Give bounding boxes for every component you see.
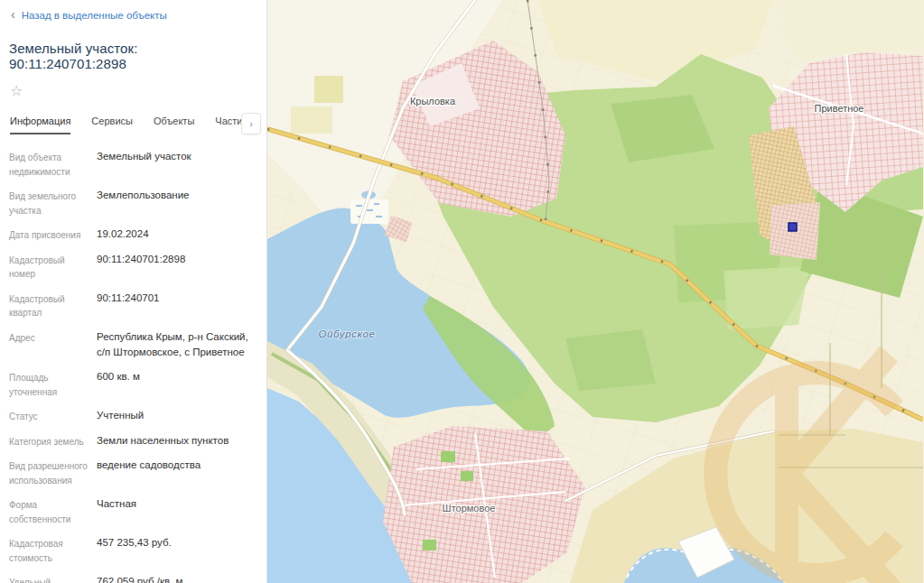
app-window: ‹ Назад в выделенные объекты Земельный у…: [0, 0, 924, 583]
field-label: Адрес: [9, 329, 89, 361]
back-link[interactable]: ‹ Назад в выделенные объекты: [11, 9, 257, 22]
parcel-details-panel: ‹ Назад в выделенные объекты Земельный у…: [0, 0, 267, 583]
field-label: Вид земельного участка: [9, 188, 89, 217]
field-value: 600 кв. м: [89, 369, 257, 399]
label-privetnoe: Приветное: [815, 103, 864, 114]
label-shtormovoe: Штормовое: [443, 503, 496, 514]
field-row: Кадастровый номер90:11:240701:2898: [9, 252, 257, 282]
field-row: Площадь уточненная600 кв. м: [9, 369, 257, 399]
field-label: Удельный показатель кадастровой стоимост…: [9, 574, 89, 583]
back-chevron-icon: ‹: [11, 8, 15, 21]
field-row: Вид объекта недвижимостиЗемельный участо…: [9, 149, 257, 179]
field-row: Дата присвоения19.02.2024: [9, 227, 257, 243]
field-label: Вид объекта недвижимости: [9, 149, 89, 179]
field-value: Земельный участок: [89, 149, 257, 179]
tab-services[interactable]: Сервисы: [91, 116, 133, 133]
field-label: Площадь уточненная: [9, 369, 89, 399]
field-value: Частная: [89, 496, 257, 526]
field-row: Вид разрешенного использованияведение са…: [9, 458, 257, 487]
label-lake-oyburskoe: Ойбурское: [318, 329, 375, 339]
page-title: Земельный участок: 90:11:240701:2898: [9, 41, 257, 71]
field-row: Форма собственностиЧастная: [9, 496, 257, 526]
field-value: 457 235,43 руб.: [89, 535, 257, 565]
field-value: Земли населенных пунктов: [89, 433, 257, 449]
field-value: Республика Крым, р-н Сакский, с/п Штормо…: [89, 329, 257, 361]
back-link-label: Назад в выделенные объекты: [22, 10, 167, 21]
field-label: Категория земель: [9, 433, 89, 449]
field-value: 19.02.2024: [89, 227, 257, 243]
field-row: Категория земельЗемли населенных пунктов: [9, 433, 257, 449]
field-value: 90:11:240701:2898: [89, 252, 257, 282]
field-value: ведение садоводства: [89, 458, 257, 487]
tabs-more-button[interactable]: ›: [241, 113, 261, 134]
tab-objects[interactable]: Объекты: [154, 116, 194, 133]
tab-bar: Информация Сервисы Объекты Части ЗУ Сост…: [10, 116, 257, 134]
field-row: Кадастровая стоимость457 235,43 руб.: [9, 535, 257, 565]
chevron-right-icon: ›: [249, 118, 253, 129]
field-label: Статус: [9, 408, 89, 424]
field-row: Вид земельного участкаЗемлепользование: [9, 188, 257, 217]
map-canvas[interactable]: Крыловка Приветное Ойбурское Штормовое: [267, 0, 924, 583]
label-krylovka: Крыловка: [410, 96, 456, 106]
field-value: Землепользование: [89, 188, 257, 217]
field-row: СтатусУчтенный: [9, 408, 257, 424]
field-value: 762,059 руб./кв. м: [89, 574, 257, 583]
field-value: 90:11:240701: [89, 291, 257, 320]
field-row: АдресРеспублика Крым, р-н Сакский, с/п Ш…: [9, 329, 257, 361]
field-row: Удельный показатель кадастровой стоимост…: [9, 574, 257, 583]
field-label: Дата присвоения: [9, 227, 89, 243]
field-value: Учтенный: [89, 408, 257, 424]
tab-information[interactable]: Информация: [10, 116, 70, 134]
field-list: Вид объекта недвижимостиЗемельный участо…: [9, 149, 257, 583]
field-label: Кадастровый квартал: [9, 291, 89, 320]
favorite-star-icon[interactable]: ☆: [10, 83, 23, 98]
field-label: Кадастровая стоимость: [9, 535, 89, 565]
field-label: Вид разрешенного использования: [9, 458, 89, 487]
selected-parcel-marker[interactable]: [789, 223, 797, 231]
field-row: Кадастровый квартал90:11:240701: [9, 291, 257, 320]
field-label: Форма собственности: [9, 496, 89, 526]
field-label: Кадастровый номер: [9, 252, 89, 282]
